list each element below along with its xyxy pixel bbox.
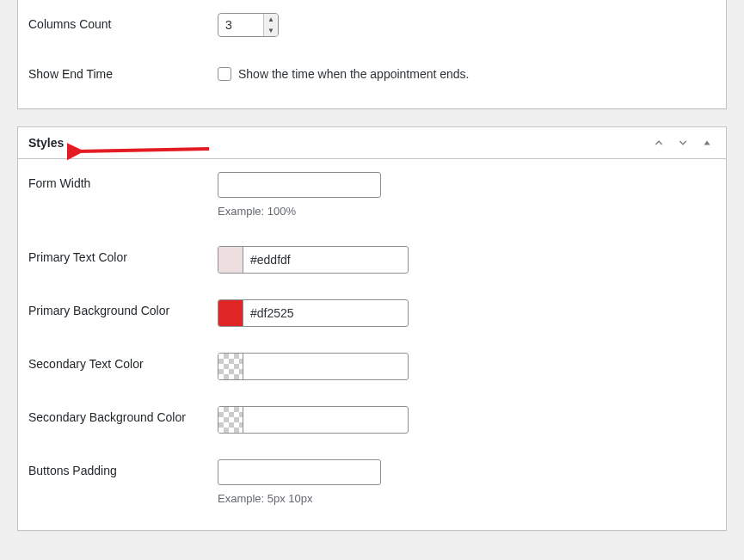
- form-width-input[interactable]: [218, 172, 381, 198]
- secondary-bg-color-label: Secondary Background Color: [28, 393, 209, 446]
- buttons-padding-hint: Example: 5px 10px: [218, 490, 707, 508]
- styles-section-title: Styles: [18, 129, 74, 157]
- primary-text-color-swatch[interactable]: [218, 247, 243, 273]
- primary-bg-color-input[interactable]: [243, 300, 408, 326]
- secondary-bg-color-input[interactable]: [243, 407, 408, 433]
- chevron-up-icon: [653, 137, 665, 149]
- primary-bg-color-swatch[interactable]: [218, 300, 243, 326]
- primary-bg-color-label: Primary Background Color: [28, 286, 209, 340]
- styles-table: Form Width Example: 100% Primary Text Co…: [28, 159, 716, 520]
- show-end-time-label: Show End Time: [28, 50, 209, 98]
- show-end-time-checkbox[interactable]: [218, 67, 231, 81]
- primary-bg-color-field: [218, 299, 409, 327]
- fields-table: Columns Count ▲ ▼ Show End Time: [28, 0, 716, 98]
- styles-section: Styles Form Width Example:: [17, 126, 727, 531]
- form-width-label: Form Width: [28, 159, 209, 233]
- buttons-padding-label: Buttons Padding: [28, 446, 209, 520]
- chevron-down-icon: [677, 137, 689, 149]
- primary-text-color-field: [218, 246, 409, 274]
- styles-section-header: Styles: [18, 127, 726, 159]
- primary-text-color-input[interactable]: [243, 247, 408, 273]
- toggle-section-button[interactable]: [695, 131, 719, 155]
- columns-count-stepper[interactable]: ▲ ▼: [263, 14, 278, 36]
- move-down-button[interactable]: [671, 131, 695, 155]
- buttons-padding-input[interactable]: [218, 459, 381, 485]
- secondary-text-color-label: Secondary Text Color: [28, 340, 209, 393]
- secondary-bg-color-field: [218, 406, 409, 434]
- chevron-down-icon[interactable]: ▼: [264, 25, 278, 36]
- columns-count-label: Columns Count: [28, 0, 209, 50]
- triangle-up-icon: [703, 138, 711, 147]
- secondary-bg-color-swatch[interactable]: [218, 407, 243, 433]
- secondary-text-color-swatch[interactable]: [218, 354, 243, 379]
- move-up-button[interactable]: [647, 131, 671, 155]
- secondary-text-color-input[interactable]: [243, 354, 408, 379]
- fields-section: Columns Count ▲ ▼ Show End Time: [17, 0, 727, 109]
- chevron-up-icon[interactable]: ▲: [264, 14, 278, 25]
- form-width-hint: Example: 100%: [218, 203, 707, 220]
- show-end-time-description: Show the time when the appointment ends.: [238, 67, 470, 81]
- primary-text-color-label: Primary Text Color: [28, 233, 209, 286]
- secondary-text-color-field: [218, 353, 409, 380]
